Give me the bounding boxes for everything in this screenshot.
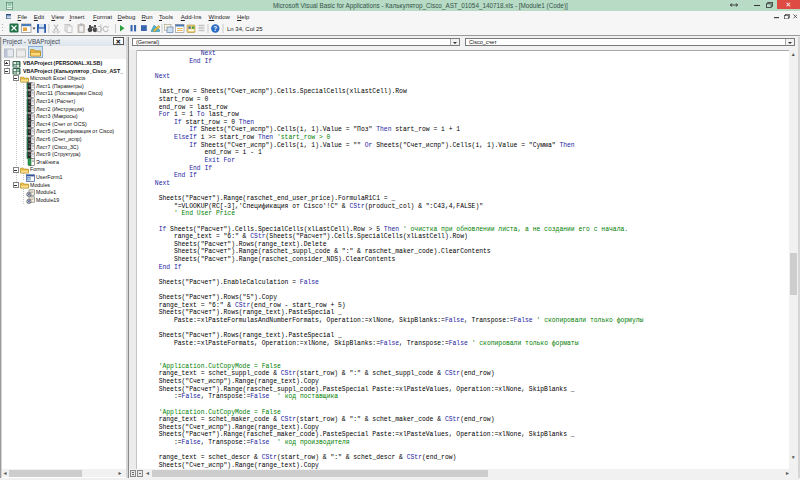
svg-text:?: ? xyxy=(213,25,217,32)
